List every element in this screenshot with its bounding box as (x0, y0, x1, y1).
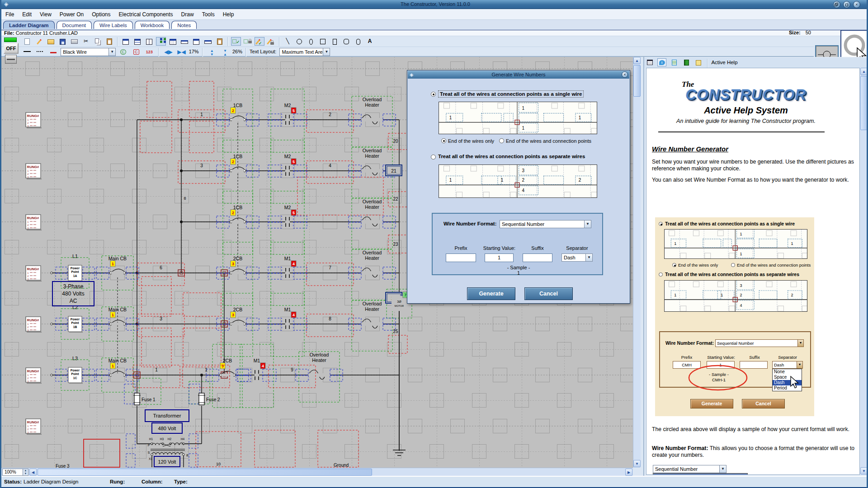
rung-marker[interactable]: RUNG#123 (26, 368, 42, 384)
format-select[interactable]: Sequential Number▼ (500, 220, 591, 228)
draw-rounded-square-icon[interactable] (341, 37, 351, 46)
text-layout-select[interactable]: Maximum Text Area▼ (279, 48, 330, 56)
canvas-horizontal-scrollbar[interactable]: 100% ▲▼ ◀ ▶ (1, 468, 633, 476)
prefix-field[interactable] (446, 253, 476, 262)
separate-wires-radio[interactable] (431, 155, 436, 160)
view-split-horizontal-icon[interactable] (132, 37, 142, 46)
canvas-hscroll-thumb[interactable] (38, 469, 372, 476)
rung-marker[interactable]: RUNG#123 (26, 419, 42, 435)
help-format-option-1[interactable]: Sequential Number (653, 474, 747, 475)
scroll-down-button[interactable]: ▼ (633, 460, 641, 467)
canvas-vertical-scrollbar[interactable]: ▲ ▼ (633, 57, 641, 468)
new-file-icon[interactable] (22, 37, 32, 46)
workbook-help-icon[interactable] (682, 58, 691, 66)
page-footer-icon[interactable] (191, 37, 201, 46)
menu-item-power-on[interactable]: Power On (56, 9, 88, 18)
end-and-connection-points-label[interactable]: End of the wires and connection points (506, 138, 591, 144)
rung-marker[interactable]: RUNG#123 (26, 164, 42, 179)
power-toggle[interactable]: OFF (4, 38, 19, 66)
tab-document[interactable]: Document (57, 21, 92, 29)
component-layout-icon[interactable] (156, 37, 166, 46)
grid-table-icon[interactable] (168, 37, 178, 46)
active-help-icon[interactable]: i (657, 58, 666, 66)
copy-icon[interactable] (93, 37, 103, 46)
wire-style-select[interactable]: Black Wire▼ (61, 48, 116, 56)
shrink-vertical-icon[interactable]: ▼▲ (220, 48, 230, 56)
separator-select[interactable]: Dash▼ (561, 253, 593, 262)
save-file-icon[interactable] (57, 37, 67, 46)
view-single-icon[interactable] (121, 37, 131, 46)
help-format-select[interactable]: Sequential Number▼ (653, 465, 726, 473)
help-scroll-thumb[interactable] (860, 76, 868, 130)
wire-lock-icon[interactable] (266, 37, 276, 46)
menu-item-help[interactable]: Help (219, 9, 238, 18)
menu-item-file[interactable]: File (1, 9, 18, 18)
dialog-title-bar[interactable]: ◈ Generate Wire Numbers × (408, 71, 629, 79)
component-label-red-icon[interactable]: C (131, 48, 141, 56)
starting-value-field[interactable]: 1 (485, 253, 514, 262)
edit-tool-icon[interactable] (34, 37, 44, 46)
draw-line-icon[interactable]: ╲ (283, 37, 292, 46)
document-help-icon[interactable] (670, 58, 679, 66)
page-export-icon[interactable] (215, 37, 225, 46)
scroll-left-button[interactable]: ◀ (29, 469, 37, 476)
power-lever[interactable] (5, 55, 17, 64)
open-file-icon[interactable] (46, 37, 56, 46)
menu-item-draw[interactable]: Draw (177, 9, 198, 18)
suffix-field[interactable] (523, 253, 552, 262)
window-close-button[interactable]: × (853, 1, 860, 8)
end-and-connection-points-radio[interactable] (499, 138, 504, 143)
tab-workbook[interactable]: Workbook (135, 21, 170, 29)
wire-colors-icon[interactable] (48, 48, 58, 56)
separate-wires-label[interactable]: Treat all of the wires at connection poi… (438, 154, 585, 159)
window-maximize-button[interactable] (843, 1, 850, 8)
window-restore-button[interactable] (833, 1, 840, 8)
help-scrollbar[interactable]: ▲ ▼ (860, 68, 868, 475)
tab-wire-labels[interactable]: Wire Labels (94, 21, 133, 29)
connection-points-lock-icon[interactable] (243, 37, 253, 46)
draw-circle-icon[interactable] (294, 37, 304, 46)
help-format-options[interactable]: Sequential NumberRung Number + Sequentia… (653, 473, 748, 475)
draw-square-icon[interactable] (318, 37, 328, 46)
menu-item-view[interactable]: View (36, 9, 56, 18)
scroll-up-button[interactable]: ▲ (633, 57, 641, 64)
notes-help-icon[interactable] (694, 58, 703, 66)
end-of-wires-only-label[interactable]: End of the wires only (448, 138, 494, 144)
canvas-zoom-spinner[interactable]: 100% ▲▼ (2, 469, 28, 476)
view-split-vertical-icon[interactable] (144, 37, 154, 46)
component-label-green-icon[interactable]: C (118, 48, 128, 56)
ruler-bar-icon[interactable] (179, 37, 189, 46)
wire-edit-icon[interactable]: ✓ (255, 37, 264, 46)
power-off-button[interactable]: OFF (4, 43, 19, 54)
rung-marker[interactable]: RUNG#123 (26, 215, 42, 230)
scroll-right-button[interactable]: ▶ (625, 469, 632, 476)
menu-item-electrical-components[interactable]: Electrical Components (115, 9, 177, 18)
zoom-spin-buttons[interactable]: ▲▼ (23, 469, 28, 475)
tab-ladder-diagram[interactable]: Ladder Diagram (3, 21, 55, 29)
line-dashed-icon[interactable] (35, 48, 45, 56)
menu-item-tools[interactable]: Tools (198, 9, 219, 18)
paste-icon[interactable] (104, 37, 114, 46)
draw-ellipse-icon[interactable] (306, 37, 316, 46)
tab-notes[interactable]: Notes (171, 21, 197, 29)
draw-text-icon[interactable]: A (365, 37, 375, 46)
rung-marker[interactable]: RUNG#123 (26, 266, 42, 282)
print-icon[interactable] (69, 37, 79, 46)
help-scroll-up[interactable]: ▲ (860, 68, 868, 75)
canvas-vscroll-thumb[interactable] (633, 65, 641, 97)
end-of-wires-only-radio[interactable] (441, 138, 446, 143)
line-solid-icon[interactable] (22, 48, 32, 56)
page-size-icon[interactable] (203, 37, 213, 46)
cut-icon[interactable]: ✂ (81, 37, 91, 46)
draw-rectangle-icon[interactable] (330, 37, 340, 46)
cancel-button[interactable]: Cancel (524, 287, 573, 300)
rung-marker[interactable]: RUNG#123 (26, 113, 42, 128)
expand-horizontal-icon[interactable]: ◀▶ (164, 48, 174, 56)
wire-numbers-icon[interactable]: 123 (144, 48, 154, 56)
component-list-icon[interactable] (645, 58, 654, 66)
shrink-horizontal-icon[interactable]: ▶◀ (177, 48, 187, 56)
dialog-close-button[interactable]: × (622, 71, 628, 78)
draw-rounded-rectangle-icon[interactable] (353, 37, 363, 46)
menu-item-options[interactable]: Options (88, 9, 114, 18)
single-wire-radio[interactable] (431, 92, 436, 97)
